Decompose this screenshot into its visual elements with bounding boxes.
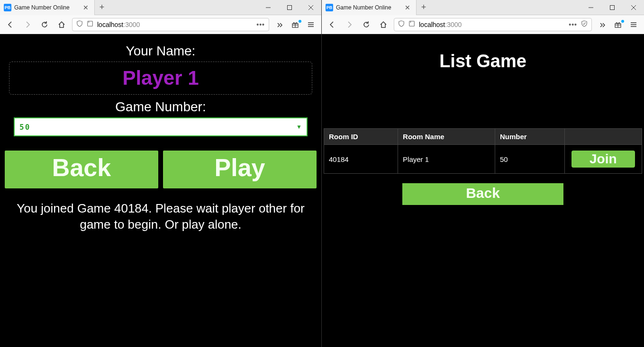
home-button[interactable]: [55, 18, 68, 31]
favicon: PB: [326, 4, 333, 11]
browser-window-left: PB Game Number Online ✕ + localhost:3000…: [0, 0, 322, 347]
maximize-button[interactable]: [279, 0, 300, 15]
chevron-down-icon: ▼: [296, 124, 302, 130]
overflow-chevron-icon[interactable]: [596, 18, 609, 31]
col-room-id: Room ID: [324, 129, 398, 145]
new-tab-button[interactable]: +: [417, 0, 431, 15]
reader-icon[interactable]: [581, 20, 588, 28]
tab-title: Game Number Online: [14, 4, 78, 11]
reload-button[interactable]: [38, 18, 51, 31]
back-nav-button[interactable]: [4, 18, 17, 31]
menu-button[interactable]: [304, 18, 317, 31]
game-list-table: Room ID Room Name Number 40184 Player 1 …: [324, 128, 642, 174]
page-actions-icon[interactable]: •••: [256, 21, 265, 28]
address-bar[interactable]: localhost:3000 •••: [394, 18, 592, 31]
tab-title: Game Number Online: [336, 4, 400, 11]
table-row: 40184 Player 1 50 Join: [324, 145, 642, 174]
reload-button[interactable]: [360, 18, 373, 31]
shield-icon: [398, 20, 405, 28]
back-button[interactable]: Back: [5, 151, 158, 188]
cell-room-id: 40184: [324, 145, 398, 174]
svg-rect-13: [409, 21, 415, 27]
url-text: localhost:3000: [97, 21, 253, 28]
browser-tab[interactable]: PB Game Number Online ✕: [0, 0, 95, 15]
favicon: PB: [4, 4, 11, 11]
game-number-select[interactable]: 50 ▼: [14, 117, 308, 136]
col-room-name: Room Name: [398, 129, 495, 145]
minimize-button[interactable]: [580, 0, 601, 15]
col-number: Number: [495, 129, 564, 145]
close-window-button[interactable]: [300, 0, 321, 15]
page-info-icon: [87, 20, 93, 28]
url-text: localhost:3000: [419, 21, 565, 28]
button-row: Back Play: [2, 151, 319, 188]
back-button[interactable]: Back: [402, 183, 563, 205]
forward-nav-button[interactable]: [21, 18, 34, 31]
address-bar[interactable]: localhost:3000 •••: [72, 18, 269, 31]
col-action: [564, 129, 642, 145]
url-bar: localhost:3000 •••: [322, 15, 644, 34]
maximize-button[interactable]: [601, 0, 623, 15]
tab-close-icon[interactable]: ✕: [403, 4, 412, 11]
cell-room-name: Player 1: [398, 145, 495, 174]
gift-icon[interactable]: [290, 21, 300, 28]
close-window-button[interactable]: [623, 0, 644, 15]
svg-rect-10: [610, 5, 614, 9]
list-game-title: List Game: [324, 51, 642, 71]
titlebar: PB Game Number Online ✕ +: [0, 0, 321, 15]
gift-icon[interactable]: [613, 21, 623, 28]
page-content-right: List Game Room ID Room Name Number 40184…: [322, 34, 644, 347]
forward-nav-button[interactable]: [343, 18, 356, 31]
game-number-label: Game Number:: [2, 99, 319, 115]
cell-action: Join: [564, 145, 642, 174]
page-content-left: Your Name: Player 1 Game Number: 50 ▼ Ba…: [0, 34, 321, 347]
page-info-icon: [408, 20, 415, 28]
page-actions-icon[interactable]: •••: [569, 21, 577, 28]
menu-button[interactable]: [627, 18, 640, 31]
url-bar: localhost:3000 •••: [0, 15, 321, 34]
status-message: You joined Game 40184. Please wait playe…: [2, 201, 319, 233]
tab-close-icon[interactable]: ✕: [81, 4, 91, 11]
shield-icon: [76, 20, 83, 28]
cell-number: 50: [495, 145, 564, 174]
play-button[interactable]: Play: [163, 151, 317, 188]
minimize-button[interactable]: [257, 0, 279, 15]
titlebar: PB Game Number Online ✕ +: [322, 0, 644, 15]
back-nav-button[interactable]: [326, 18, 339, 31]
window-controls: [580, 0, 644, 15]
table-header-row: Room ID Room Name Number: [324, 129, 642, 145]
new-tab-button[interactable]: +: [95, 0, 109, 15]
browser-window-right: PB Game Number Online ✕ + localhost:3000…: [322, 0, 644, 347]
browser-tab[interactable]: PB Game Number Online ✕: [322, 0, 417, 15]
home-button[interactable]: [377, 18, 390, 31]
join-button[interactable]: Join: [571, 151, 635, 168]
svg-rect-4: [88, 21, 93, 27]
name-input[interactable]: Player 1: [9, 62, 312, 95]
window-controls: [257, 0, 321, 15]
select-value: 50: [19, 123, 296, 132]
svg-rect-1: [287, 5, 291, 9]
overflow-chevron-icon[interactable]: [273, 18, 286, 31]
name-label: Your Name:: [2, 44, 319, 59]
